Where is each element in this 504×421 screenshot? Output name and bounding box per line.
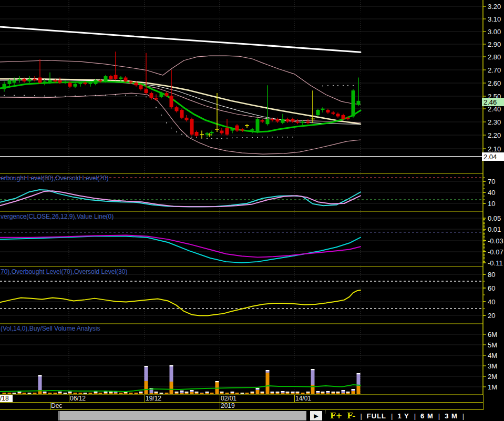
macd-panel-label: vergence(CLOSE,26,12,9),Value Line(0)	[1, 213, 114, 220]
chart-window: 3.203.103.002.902.802.702.602.502.402.30…	[0, 0, 504, 421]
svg-text:3.00: 3.00	[488, 28, 501, 36]
svg-text:1M: 1M	[488, 383, 497, 391]
date-separator	[220, 395, 220, 402]
toolbar-separator: |	[360, 412, 362, 420]
date-label: 02/01	[221, 395, 236, 402]
svg-text:0.01: 0.01	[488, 225, 501, 233]
svg-text:20: 20	[488, 312, 495, 320]
svg-text:3.10: 3.10	[488, 15, 501, 23]
date-label: 14/01	[295, 395, 311, 402]
svg-text:10: 10	[488, 200, 495, 208]
svg-text:-0.03: -0.03	[488, 237, 503, 245]
play-button[interactable]: ▶	[310, 411, 322, 420]
svg-text:2.10: 2.10	[488, 145, 501, 153]
date-label: Dec	[51, 403, 83, 409]
range-6m-button[interactable]: 6 M	[420, 412, 434, 420]
date-separator	[220, 403, 220, 409]
date-axis-row: /1806/1219/1202/0114/01	[0, 395, 484, 403]
date-label: 2019	[221, 403, 252, 409]
chart-canvas[interactable]: 3.203.103.002.902.802.702.602.502.402.30…	[0, 0, 504, 395]
date-separator	[145, 395, 145, 402]
svg-text:2.30: 2.30	[488, 118, 501, 126]
svg-text:2.40: 2.40	[488, 105, 501, 113]
svg-text:2.46: 2.46	[484, 98, 497, 106]
svg-text:-0.11: -0.11	[488, 259, 503, 267]
play-icon: ▶	[314, 413, 318, 419]
range-1y-button[interactable]: 1 Y	[397, 412, 409, 420]
svg-text:40: 40	[488, 189, 495, 197]
toolbar-separator: |	[438, 412, 440, 420]
svg-text:4M: 4M	[488, 352, 497, 360]
font-decrease-button[interactable]: F-	[347, 411, 355, 420]
date-separator	[294, 395, 295, 402]
svg-text:3.20: 3.20	[488, 3, 501, 11]
range-3m-button[interactable]: 3 M	[445, 412, 458, 420]
month-axis-row: Dec2019	[0, 403, 484, 410]
svg-text:6M: 6M	[488, 331, 497, 338]
bottom-toolbar: ▶ ⁞ F+ F- | FULL | 1 Y | 6 M | 3 M |	[0, 410, 504, 421]
svg-text:80: 80	[488, 271, 495, 279]
date-label: /18	[0, 395, 13, 402]
date-label: 19/12	[146, 395, 161, 402]
range-full-button[interactable]: FULL	[367, 412, 386, 420]
svg-text:2.80: 2.80	[488, 53, 501, 61]
svg-text:5M: 5M	[488, 341, 497, 349]
svg-text:2.04: 2.04	[484, 153, 497, 161]
svg-text:2M: 2M	[488, 373, 497, 381]
stochastic-panel-label: erbought Level(80),Oversold Level(20)	[1, 174, 108, 182]
svg-text:60: 60	[488, 284, 495, 292]
svg-text:40: 40	[488, 298, 495, 306]
svg-text:2.60: 2.60	[488, 79, 501, 87]
svg-text:0.05: 0.05	[488, 214, 501, 222]
svg-text:2.70: 2.70	[488, 66, 501, 74]
svg-text:-0.07: -0.07	[488, 248, 503, 256]
svg-text:2.20: 2.20	[488, 131, 501, 139]
toolbar-separator: |	[391, 412, 393, 420]
date-label: 06/12	[70, 395, 86, 402]
svg-text:70: 70	[488, 178, 495, 186]
svg-text:2.90: 2.90	[488, 40, 501, 48]
volume-panel-label: (Vol,14,0),Buy/Sell Volume Analysis	[1, 325, 100, 332]
svg-text:3M: 3M	[488, 362, 497, 370]
font-increase-button[interactable]: F+	[330, 411, 342, 420]
grip-icon: ⁞	[325, 411, 326, 414]
rsi-panel-label: 70),Overbought Level(70),Oversold Level(…	[1, 268, 127, 275]
scrollbar-thumb[interactable]	[58, 411, 306, 420]
date-separator	[50, 403, 50, 409]
date-separator	[69, 395, 69, 402]
toolbar-separator: |	[414, 412, 416, 420]
toolbar-separator: |	[462, 412, 464, 420]
